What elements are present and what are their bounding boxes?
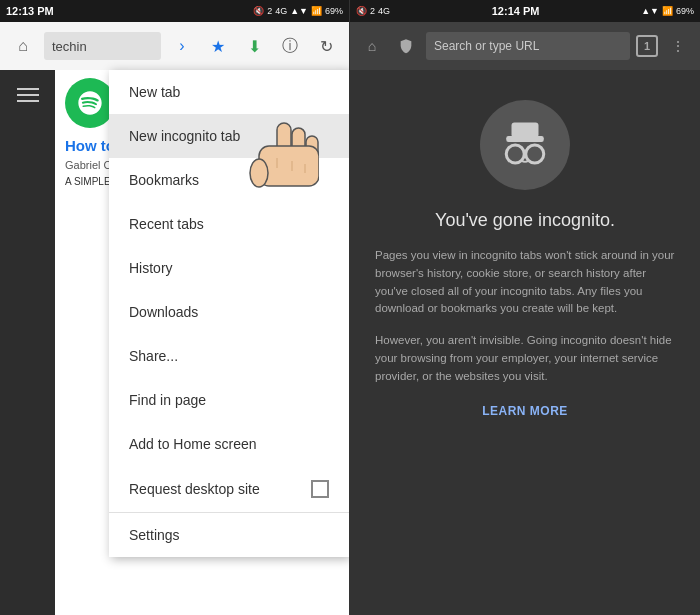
incognito-paragraph-1: Pages you view in incognito tabs won't s… bbox=[375, 247, 675, 318]
menu-item-incognito-label: New incognito tab bbox=[129, 128, 240, 144]
search-bar-right[interactable]: Search or type URL bbox=[426, 32, 630, 60]
status-icons-left: 🔇 2 4G ▲▼ 📶 69% bbox=[253, 6, 343, 16]
signal-icon-right: 🔇 bbox=[356, 6, 367, 16]
svg-rect-9 bbox=[512, 123, 539, 138]
tab-count-number: 1 bbox=[644, 40, 650, 52]
incognito-content: You've gone incognito. Pages you view in… bbox=[350, 70, 700, 438]
left-panel: 12:13 PM 🔇 2 4G ▲▼ 📶 69% ⌂ techin › ★ ⬇ … bbox=[0, 0, 350, 615]
time-right: 12:14 PM bbox=[492, 5, 540, 17]
menu-item-add-home-label: Add to Home screen bbox=[129, 436, 257, 452]
menu-item-recent-tabs-label: Recent tabs bbox=[129, 216, 204, 232]
desktop-checkbox[interactable] bbox=[311, 480, 329, 498]
incognito-title: You've gone incognito. bbox=[435, 210, 615, 231]
menu-item-incognito[interactable]: New incognito tab bbox=[109, 114, 349, 158]
lte-right: 4G bbox=[378, 6, 390, 16]
menu-item-downloads-label: Downloads bbox=[129, 304, 198, 320]
menu-item-recent-tabs[interactable]: Recent tabs bbox=[109, 202, 349, 246]
network-icon: 2 bbox=[267, 6, 272, 16]
battery-icon: 69% bbox=[325, 6, 343, 16]
wifi-icon: 📶 bbox=[311, 6, 322, 16]
url-bar[interactable]: techin bbox=[44, 32, 161, 60]
url-text: techin bbox=[52, 39, 87, 54]
menu-item-desktop[interactable]: Request desktop site bbox=[109, 466, 349, 512]
spotify-logo bbox=[65, 78, 115, 128]
menu-item-history[interactable]: History bbox=[109, 246, 349, 290]
menu-item-desktop-label: Request desktop site bbox=[129, 481, 260, 497]
lte-icon: 4G bbox=[275, 6, 287, 16]
forward-button[interactable]: › bbox=[167, 31, 197, 61]
wifi-icon-right: 📶 bbox=[662, 6, 673, 16]
network-right: 2 bbox=[370, 6, 375, 16]
time-left: 12:13 PM bbox=[6, 5, 54, 17]
menu-item-bookmarks[interactable]: Bookmarks bbox=[109, 158, 349, 202]
menu-item-share-label: Share... bbox=[129, 348, 178, 364]
learn-more-button[interactable]: LEARN MORE bbox=[482, 404, 568, 418]
sidebar-drawer bbox=[0, 70, 55, 615]
hamburger-line-3 bbox=[17, 100, 39, 102]
incognito-icon-wrapper bbox=[480, 100, 570, 190]
menu-item-settings[interactable]: Settings bbox=[109, 513, 349, 557]
status-icons-left-side: 🔇 2 4G bbox=[356, 6, 390, 16]
status-bar-right: 🔇 2 4G 12:14 PM ▲▼ 📶 69% bbox=[350, 0, 700, 22]
bookmark-button[interactable]: ★ bbox=[203, 31, 233, 61]
incognito-paragraph-2: However, you aren't invisible. Going inc… bbox=[375, 332, 675, 385]
chrome-toolbar-right: ⌂ Search or type URL 1 ⋮ bbox=[350, 22, 700, 70]
search-placeholder: Search or type URL bbox=[434, 39, 539, 53]
data-icon: ▲▼ bbox=[290, 6, 308, 16]
more-options-button[interactable]: ⋮ bbox=[664, 32, 692, 60]
hamburger-line-2 bbox=[17, 94, 39, 96]
incognito-icon bbox=[495, 115, 555, 175]
home-button[interactable]: ⌂ bbox=[8, 31, 38, 61]
menu-item-add-home[interactable]: Add to Home screen bbox=[109, 422, 349, 466]
chrome-toolbar-left: ⌂ techin › ★ ⬇ ⓘ ↻ bbox=[0, 22, 349, 70]
menu-item-history-label: History bbox=[129, 260, 173, 276]
hamburger-menu[interactable] bbox=[0, 70, 55, 120]
info-button[interactable]: ⓘ bbox=[275, 31, 305, 61]
menu-item-bookmarks-label: Bookmarks bbox=[129, 172, 199, 188]
data-icon-right: ▲▼ bbox=[641, 6, 659, 16]
home-button-right[interactable]: ⌂ bbox=[358, 32, 386, 60]
menu-item-settings-label: Settings bbox=[129, 527, 180, 543]
menu-item-new-tab-label: New tab bbox=[129, 84, 180, 100]
signal-icon: 🔇 bbox=[253, 6, 264, 16]
menu-item-find-label: Find in page bbox=[129, 392, 206, 408]
refresh-button[interactable]: ↻ bbox=[311, 31, 341, 61]
security-icon-right[interactable] bbox=[392, 32, 420, 60]
hamburger-line-1 bbox=[17, 88, 39, 90]
tab-count[interactable]: 1 bbox=[636, 35, 658, 57]
menu-item-downloads[interactable]: Downloads bbox=[109, 290, 349, 334]
download-button[interactable]: ⬇ bbox=[239, 31, 269, 61]
menu-item-share[interactable]: Share... bbox=[109, 334, 349, 378]
menu-item-new-tab[interactable]: New tab bbox=[109, 70, 349, 114]
status-bar-left: 12:13 PM 🔇 2 4G ▲▼ 📶 69% bbox=[0, 0, 349, 22]
dropdown-menu: New tab New incognito tab Bookmarks Rece… bbox=[109, 70, 349, 557]
status-icons-right-side: ▲▼ 📶 69% bbox=[641, 6, 694, 16]
battery-icon-right: 69% bbox=[676, 6, 694, 16]
right-panel: 🔇 2 4G 12:14 PM ▲▼ 📶 69% ⌂ Search or typ… bbox=[350, 0, 700, 615]
menu-item-find[interactable]: Find in page bbox=[109, 378, 349, 422]
